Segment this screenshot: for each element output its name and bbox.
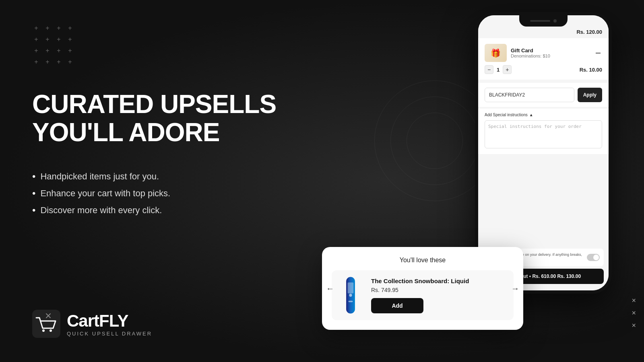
bullet-list: Handpicked items just for you. Enhance y… [32,171,322,222]
quantity-decrease-button[interactable]: − [485,65,493,74]
plus-grid: + + + + + + + + + + + + + + + + [32,24,322,66]
phone-header: Rs. 120.00 [478,27,609,38]
special-instructions-textarea[interactable]: Special instructions for your order [485,120,602,148]
upsell-next-button[interactable]: → [511,284,519,293]
special-instructions-section: Add Special instructions ▲ Special instr… [478,109,609,154]
headline-line1: CURATED UPSELLS [32,90,322,118]
special-instructions-label-text: Add Special instructions [485,113,528,117]
snowboard-svg [343,275,359,315]
plus-12: + [66,47,74,55]
plus-9: + [32,47,40,55]
upsell-add-button[interactable]: Add [371,298,423,313]
bullet-item-1: Handpicked items just for you. [32,171,322,182]
quantity-increase-button[interactable]: + [503,65,512,74]
delete-item-button[interactable] [594,49,602,57]
svg-point-2 [50,329,52,332]
quantity-value: 1 [497,67,500,73]
right-panel: Rs. 120.00 🎁 Gift Card Denominations: $1… [354,0,644,362]
logo-icon [32,310,60,338]
x-mark-2: × [632,309,636,317]
logo-tagline: QUICK UPSELL DRAWER [67,331,152,337]
logo-text-wrapper: CartFLY QUICK UPSELL DRAWER [67,311,152,337]
plus-4: + [66,24,74,32]
upsell-product-image [336,275,365,315]
gift-icon: 🎁 [491,48,501,58]
cart-item-name: Gift Card [511,47,590,53]
coupon-input[interactable] [485,88,574,102]
plus-16: + [66,58,74,66]
plus-13: + [32,58,40,66]
quantity-controls: − 1 + Rs. 10.00 [485,65,602,74]
upsell-product-info: The Collection Snowboard: Liquid Rs. 749… [371,278,509,313]
logo-area: CartFLY QUICK UPSELL DRAWER [32,310,322,338]
upsell-product: The Collection Snowboard: Liquid Rs. 749… [332,270,514,320]
plus-6: + [43,35,52,43]
cart-item-info: Gift Card Denominations: $10 [511,47,590,58]
phone-notch [519,15,568,27]
plus-14: + [43,58,52,66]
cart-item-image: 🎁 [485,44,507,62]
svg-rect-5 [348,282,354,293]
logo-name: CartFLY [67,311,152,331]
svg-rect-3 [596,53,601,53]
plus-8: + [66,35,74,43]
notch-bar [530,20,550,22]
x-mark-3: × [632,321,636,330]
bullet-item-2: Enhance your cart with top picks. [32,188,322,199]
notch-dot [553,19,557,23]
x-marks: × × × [632,296,636,330]
plus-7: + [55,35,63,43]
circle-decoration-3 [407,113,463,169]
apply-coupon-button[interactable]: Apply [578,88,602,102]
plus-1: + [32,24,40,32]
plus-3: + [55,24,63,32]
insurance-toggle[interactable] [587,254,600,261]
cart-item-denomination: Denominations: $10 [511,53,590,58]
svg-point-1 [42,329,45,332]
bullet-item-3: Discover more with every click. [32,205,322,216]
coupon-section: Apply [478,83,609,107]
plus-11: + [55,47,63,55]
cart-card: 🎁 Gift Card Denominations: $10 [478,38,609,80]
phone-price-top: Rs. 120.00 [576,29,602,35]
plus-2: + [43,24,52,32]
plus-10: + [43,47,52,55]
svg-point-6 [349,294,352,296]
headline-line2: YOU'LL ADORE [32,118,322,146]
left-panel: + + + + + + + + + + + + + + + + CURATED … [0,0,354,362]
special-instructions-toggle[interactable]: Add Special instructions ▲ [485,113,602,117]
cart-item: 🎁 Gift Card Denominations: $10 [485,44,602,62]
plus-5: + [32,35,40,43]
plus-15: + [55,58,63,66]
upsell-title: You'll love these [332,257,514,264]
cart-item-price: Rs. 10.00 [580,67,602,73]
upsell-product-price: Rs. 749.95 [371,287,509,293]
chevron-up-icon: ▲ [529,113,533,117]
page: + + + + + + + + + + + + + + + + CURATED … [0,0,644,362]
toggle-knob [593,255,599,260]
x-mark-1: × [632,296,636,305]
svg-rect-7 [349,301,353,302]
headline: CURATED UPSELLS YOU'LL ADORE [32,90,322,147]
upsell-product-name: The Collection Snowboard: Liquid [371,278,509,284]
upsell-card: You'll love these [322,247,523,330]
upsell-prev-button[interactable]: ← [326,284,334,293]
